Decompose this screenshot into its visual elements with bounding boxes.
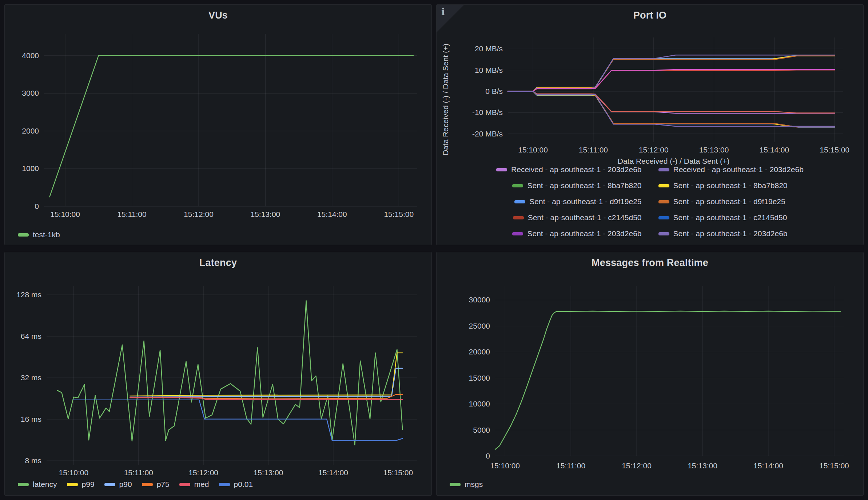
legend-item[interactable]: Sent - ap-southeast-1 - 203d2e6b [658, 229, 788, 238]
svg-text:0: 0 [486, 452, 490, 460]
legend-item[interactable]: Sent - ap-southeast-1 - 8ba7b820 [512, 181, 641, 190]
legend-swatch [18, 233, 29, 237]
legend-swatch [658, 200, 669, 203]
svg-text:15:13:00: 15:13:00 [254, 468, 283, 477]
legend-item[interactable]: p99 [67, 480, 95, 489]
svg-text:32 ms: 32 ms [21, 373, 41, 382]
legend-swatch [513, 216, 524, 219]
messages-chart-canvas[interactable]: 15:10:0015:11:0015:12:0015:13:0015:14:00… [437, 252, 864, 481]
legend-swatch [496, 168, 507, 171]
legend-label: Sent - ap-southeast-1 - 8ba7b820 [527, 181, 641, 190]
legend-swatch [67, 483, 78, 486]
panel-port-io: i Port IO 15:10:0015:11:0015:12:0015:13:… [436, 4, 864, 245]
legend-label: latency [33, 480, 57, 489]
legend-swatch [179, 483, 190, 486]
legend-item[interactable]: p0.01 [219, 480, 253, 489]
svg-text:15:12:00: 15:12:00 [622, 461, 652, 470]
legend-row: Sent - ap-southeast-1 - d9f19e25Sent - a… [514, 194, 785, 210]
svg-text:15:14:00: 15:14:00 [753, 461, 783, 470]
svg-text:128 ms: 128 ms [16, 290, 41, 299]
legend-label: Received - ap-southeast-1 - 203d2e6b [673, 165, 804, 174]
legend-swatch [658, 216, 669, 219]
svg-text:4000: 4000 [22, 51, 39, 60]
svg-text:15:12:00: 15:12:00 [184, 210, 214, 218]
legend-item[interactable]: Sent - ap-southeast-1 - d9f19e25 [514, 197, 641, 206]
legend-item[interactable]: Sent - ap-southeast-1 - c2145d50 [658, 213, 787, 222]
panel-latency: Latency 15:10:0015:11:0015:12:0015:13:00… [4, 252, 432, 496]
svg-text:15:13:00: 15:13:00 [251, 210, 280, 218]
port-io-chart-canvas[interactable]: 15:10:0015:11:0015:12:0015:13:0015:14:00… [437, 5, 864, 165]
latency-chart-canvas[interactable]: 15:10:0015:11:0015:12:0015:13:0015:14:00… [5, 252, 432, 481]
svg-text:15:12:00: 15:12:00 [188, 468, 218, 477]
panel-vus: VUs 15:10:0015:11:0015:12:0015:13:0015:1… [4, 4, 432, 245]
svg-text:-20 MB/s: -20 MB/s [472, 130, 503, 138]
legend-item[interactable]: Sent - ap-southeast-1 - 203d2e6b [512, 229, 641, 238]
legend-swatch [142, 483, 153, 486]
legend-label: p99 [82, 480, 95, 489]
legend-row: Sent - ap-southeast-1 - c2145d50Sent - a… [513, 210, 787, 226]
svg-text:15:14:00: 15:14:00 [318, 468, 348, 477]
legend-row: Sent - ap-southeast-1 - 203d2e6bSent - a… [512, 226, 787, 242]
legend-item[interactable]: Received - ap-southeast-1 - 203d2e6b [658, 165, 804, 174]
legend-swatch [450, 483, 461, 486]
legend-swatch [658, 184, 669, 187]
legend-label: test-1kb [33, 230, 60, 239]
vus-legend: test-1kb [18, 227, 60, 242]
svg-text:15:13:00: 15:13:00 [688, 461, 717, 470]
svg-text:15:11:00: 15:11:00 [579, 146, 608, 154]
svg-text:-10 MB/s: -10 MB/s [472, 108, 503, 116]
legend-item[interactable]: Sent - ap-southeast-1 - 8ba7b820 [658, 181, 788, 190]
legend-label: Sent - ap-southeast-1 - d9f19e25 [673, 197, 785, 206]
svg-text:5000: 5000 [473, 426, 490, 434]
legend-item[interactable]: p90 [104, 480, 132, 489]
svg-text:3000: 3000 [22, 89, 39, 97]
legend-label: Sent - ap-southeast-1 - 8ba7b820 [673, 181, 788, 190]
legend-item[interactable]: p75 [142, 480, 170, 489]
legend-label: Sent - ap-southeast-1 - 203d2e6b [527, 229, 641, 238]
latency-legend: latencyp99p90p75medp0.01 [18, 477, 253, 492]
legend-swatch [219, 483, 230, 486]
svg-text:15:15:00: 15:15:00 [820, 146, 849, 154]
svg-text:15:10:00: 15:10:00 [59, 468, 88, 477]
legend-item[interactable]: med [179, 480, 209, 489]
legend-swatch [658, 168, 669, 171]
svg-text:15:13:00: 15:13:00 [699, 146, 729, 154]
legend-item[interactable]: msgs [450, 480, 483, 489]
svg-text:16 ms: 16 ms [21, 415, 41, 423]
svg-text:0: 0 [35, 202, 39, 210]
legend-label: med [194, 480, 209, 489]
legend-swatch [104, 483, 115, 486]
legend-label: p90 [119, 480, 132, 489]
vus-chart-canvas[interactable]: 15:10:0015:11:0015:12:0015:13:0015:14:00… [5, 5, 432, 227]
svg-text:1000: 1000 [22, 164, 39, 172]
svg-text:Data Received (-) / Data Sent: Data Received (-) / Data Sent (+) [441, 43, 450, 155]
legend-label: Sent - ap-southeast-1 - c2145d50 [673, 213, 787, 222]
legend-label: p75 [157, 480, 170, 489]
legend-item[interactable]: Received - ap-southeast-1 - 203d2e6b [496, 165, 641, 174]
svg-text:0 B/s: 0 B/s [485, 87, 503, 95]
legend-swatch [658, 232, 669, 235]
svg-text:20000: 20000 [469, 348, 490, 356]
port-io-legend: Received - ap-southeast-1 - 203d2e6bRece… [437, 165, 863, 245]
svg-text:10 MB/s: 10 MB/s [475, 66, 503, 74]
legend-label: Received - ap-southeast-1 - 203d2e6b [511, 165, 641, 174]
svg-text:15:15:00: 15:15:00 [819, 461, 849, 470]
panel-messages: Messages from Realtime 15:10:0015:11:001… [436, 252, 864, 496]
legend-item[interactable]: test-1kb [18, 230, 60, 239]
legend-item[interactable]: latency [18, 480, 57, 489]
svg-text:64 ms: 64 ms [21, 332, 41, 340]
legend-item[interactable]: Sent - ap-southeast-1 - d9f19e25 [658, 197, 785, 206]
legend-label: Sent - ap-southeast-1 - c2145d50 [528, 213, 642, 222]
legend-row: Sent - ap-southeast-1 - 8ba7b820Sent - a… [512, 178, 787, 194]
svg-text:15:10:00: 15:10:00 [490, 461, 520, 470]
svg-text:15:10:00: 15:10:00 [50, 210, 80, 218]
svg-text:2000: 2000 [22, 127, 39, 135]
legend-label: msgs [465, 480, 483, 489]
legend-item[interactable]: Sent - ap-southeast-1 - c2145d50 [513, 213, 642, 222]
svg-text:15:11:00: 15:11:00 [117, 210, 146, 218]
svg-text:10000: 10000 [469, 400, 490, 408]
svg-text:25000: 25000 [469, 322, 490, 330]
svg-text:15:14:00: 15:14:00 [317, 210, 347, 218]
svg-text:30000: 30000 [469, 295, 490, 304]
legend-label: Sent - ap-southeast-1 - d9f19e25 [529, 197, 641, 206]
